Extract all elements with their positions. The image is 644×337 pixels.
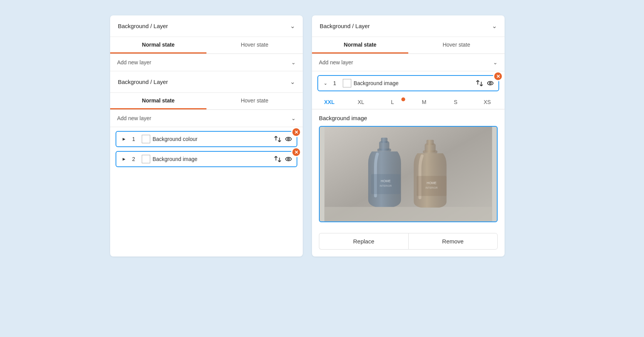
svg-rect-7 bbox=[324, 207, 492, 221]
remove-button[interactable]: Remove bbox=[408, 233, 498, 250]
size-tab-m[interactable]: M bbox=[408, 95, 440, 109]
action-buttons-row: Replace Remove bbox=[312, 228, 505, 257]
right-section1-tab-normal[interactable]: Normal state bbox=[312, 37, 408, 54]
size-tab-l-dot bbox=[401, 97, 405, 101]
svg-text:INTERIOR: INTERIOR bbox=[380, 184, 392, 187]
svg-text:HOME: HOME bbox=[427, 181, 437, 185]
svg-text:INTERIOR: INTERIOR bbox=[426, 186, 438, 189]
svg-rect-10 bbox=[381, 137, 387, 143]
replace-button[interactable]: Replace bbox=[319, 233, 408, 250]
right-layer-1-swap-button[interactable] bbox=[475, 79, 484, 87]
right-layer-1: ⌄ 1 Background image ✕ bbox=[317, 75, 499, 91]
left-section1-tab-normal[interactable]: Normal state bbox=[110, 37, 206, 54]
left-layer-2-remove-button[interactable]: ✕ bbox=[291, 147, 301, 157]
swap-icon bbox=[273, 135, 282, 143]
left-section1-add-layer-chevron-icon: ⌄ bbox=[291, 59, 296, 65]
right-add-layer-chevron-icon: ⌄ bbox=[493, 59, 498, 65]
left-section2-chevron-icon[interactable]: ⌄ bbox=[290, 78, 295, 86]
right-section1-header: Background / Layer ⌄ bbox=[312, 15, 505, 37]
right-section1-tab-hover[interactable]: Hover state bbox=[408, 37, 505, 54]
bg-image-container: HOME INTERIOR HOME INTERIOR bbox=[319, 126, 498, 222]
left-layer-2-eye-button[interactable] bbox=[284, 155, 293, 163]
bg-image-title: Background image bbox=[319, 115, 498, 121]
svg-point-1 bbox=[288, 138, 290, 140]
left-section2-title: Background / Layer bbox=[118, 79, 168, 85]
left-section2-header: Background / Layer ⌄ bbox=[110, 71, 303, 93]
left-section1-add-layer-label: Add new layer bbox=[117, 59, 151, 65]
size-tab-xs[interactable]: XS bbox=[471, 95, 503, 109]
left-layer-2-expand-button[interactable]: ► bbox=[120, 156, 128, 163]
svg-rect-16 bbox=[426, 140, 434, 145]
left-layer-2-swap-button[interactable] bbox=[273, 155, 282, 163]
left-section2-tab-normal[interactable]: Normal state bbox=[110, 93, 206, 109]
page-container: Background / Layer ⌄ Normal state Hover … bbox=[110, 15, 534, 257]
swap-icon bbox=[475, 79, 484, 87]
left-section2-add-layer[interactable]: Add new layer ⌄ bbox=[110, 110, 303, 127]
right-layer-1-number: 1 bbox=[330, 80, 339, 86]
left-layer-1-number: 1 bbox=[129, 136, 138, 142]
left-layer-1-icons bbox=[273, 135, 293, 143]
svg-point-3 bbox=[288, 158, 290, 160]
right-layer-1-icons bbox=[475, 79, 495, 87]
left-layer-1-expand-button[interactable]: ► bbox=[120, 136, 128, 143]
right-layer-1-expand-button[interactable]: ⌄ bbox=[322, 80, 329, 87]
eye-icon bbox=[284, 135, 293, 143]
right-layer-1-color-swatch[interactable] bbox=[343, 79, 351, 87]
left-layer-2-icons bbox=[273, 155, 293, 163]
right-section1-chevron-icon[interactable]: ⌄ bbox=[492, 22, 497, 30]
left-section2-add-layer-label: Add new layer bbox=[117, 115, 151, 121]
eye-icon bbox=[486, 79, 495, 87]
left-layer-1-swap-button[interactable] bbox=[273, 135, 282, 143]
left-layer-1: ► 1 Background colour ✕ bbox=[116, 131, 297, 147]
size-tab-xl[interactable]: XL bbox=[345, 95, 377, 109]
left-section1-tab-hover[interactable]: Hover state bbox=[206, 37, 303, 54]
left-section1-header: Background / Layer ⌄ bbox=[110, 15, 303, 37]
bottles-illustration: HOME INTERIOR HOME INTERIOR bbox=[320, 127, 497, 221]
left-layer-2-color-swatch[interactable] bbox=[142, 155, 150, 163]
size-tabs-row: XXL XL L M S XS bbox=[312, 95, 505, 109]
left-layer-2-number: 2 bbox=[129, 156, 138, 162]
size-tab-s[interactable]: S bbox=[440, 95, 471, 109]
left-section2-tabs: Normal state Hover state bbox=[110, 93, 303, 110]
svg-point-2 bbox=[286, 157, 292, 161]
left-layer-1-color-swatch[interactable] bbox=[142, 135, 150, 143]
right-add-layer-label: Add new layer bbox=[319, 59, 353, 65]
size-tab-xxl[interactable]: XXL bbox=[314, 95, 345, 109]
left-section2-tab-hover[interactable]: Hover state bbox=[206, 93, 303, 109]
svg-rect-17 bbox=[417, 176, 447, 196]
eye-icon bbox=[284, 155, 293, 163]
left-panel: Background / Layer ⌄ Normal state Hover … bbox=[110, 15, 303, 257]
left-layer-1-label: Background colour bbox=[153, 136, 270, 142]
size-tab-l[interactable]: L bbox=[377, 95, 408, 109]
left-section1-title: Background / Layer bbox=[118, 23, 168, 29]
swap-icon bbox=[273, 155, 282, 163]
left-section1-add-layer[interactable]: Add new layer ⌄ bbox=[110, 54, 303, 71]
left-section1-chevron-icon[interactable]: ⌄ bbox=[290, 22, 295, 30]
svg-rect-11 bbox=[371, 174, 400, 194]
svg-point-5 bbox=[490, 82, 491, 84]
svg-point-0 bbox=[286, 137, 292, 141]
left-section1-tabs: Normal state Hover state bbox=[110, 37, 303, 54]
left-layer-1-eye-button[interactable] bbox=[284, 135, 293, 143]
right-section1-title: Background / Layer bbox=[320, 23, 370, 29]
right-layer-1-eye-button[interactable] bbox=[486, 79, 495, 87]
svg-text:HOME: HOME bbox=[381, 179, 391, 183]
bg-image-section: Background image bbox=[312, 109, 505, 228]
left-layer-2: ► 2 Background image ✕ bbox=[116, 151, 297, 167]
left-section2-add-layer-chevron-icon: ⌄ bbox=[291, 115, 296, 121]
right-layer-1-remove-button[interactable]: ✕ bbox=[493, 71, 503, 81]
left-layer-2-label: Background image bbox=[153, 156, 270, 162]
right-add-layer[interactable]: Add new layer ⌄ bbox=[312, 54, 505, 71]
left-layer-1-remove-button[interactable]: ✕ bbox=[291, 127, 301, 137]
right-section1-tabs: Normal state Hover state bbox=[312, 37, 505, 54]
right-panel: Background / Layer ⌄ Normal state Hover … bbox=[312, 15, 505, 257]
right-layer-1-label: Background image bbox=[354, 80, 472, 86]
